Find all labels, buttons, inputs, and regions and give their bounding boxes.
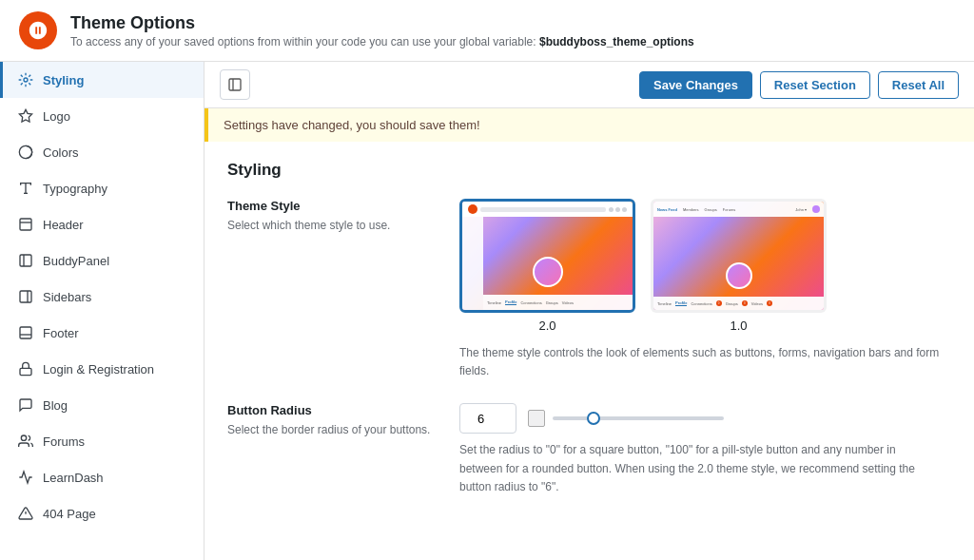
button-radius-footer-desc: Set the radius to "0" for a square butto… [459, 441, 916, 496]
sidebar-item-label: Styling [43, 73, 84, 87]
button-radius-row: Button Radius Select the border radius o… [227, 403, 951, 496]
sidebar-item-blog[interactable]: Blog [0, 387, 204, 423]
preview-2-avatar [533, 257, 563, 287]
sidebar-item-forums[interactable]: Forums [0, 423, 204, 459]
sidebar-item-label: Forums [43, 434, 85, 449]
svg-rect-4 [20, 219, 31, 230]
footer-icon [18, 325, 33, 340]
forums-icon [18, 434, 33, 449]
sidebar-item-styling[interactable]: Styling [0, 62, 204, 98]
theme-card-image-1[interactable]: News Feed Members Groups Forums John ▾ [651, 199, 827, 313]
theme-card-label-1: 1.0 [730, 319, 747, 333]
svg-rect-7 [20, 327, 31, 338]
sidebars-icon [18, 289, 33, 304]
preview-1-topbar: News Feed Members Groups Forums John ▾ [653, 202, 824, 217]
reset-section-button[interactable]: Reset Section [760, 71, 870, 99]
svg-rect-8 [20, 368, 31, 375]
page-title: Theme Options [70, 13, 694, 33]
svg-rect-6 [20, 291, 31, 302]
sidebar: Styling Logo Colors [0, 62, 205, 560]
main-content: Save Changes Reset Section Reset All Set… [205, 62, 974, 560]
sidebar-item-header[interactable]: Header [0, 206, 204, 242]
sidebar-item-label: BuddyPanel [43, 254, 109, 268]
preview-logo-dot [468, 204, 477, 214]
toolbar-right: Save Changes Reset Section Reset All [639, 71, 959, 99]
notice-bar: Settings have changed, you should save t… [205, 108, 974, 142]
sidebar-item-colors[interactable]: Colors [0, 134, 204, 170]
header-text-block: Theme Options To access any of your save… [70, 13, 694, 48]
preview-2-bg: Timeline Profile Connections Groups Vide… [462, 202, 633, 310]
preview-2-topbar [462, 202, 633, 217]
buddypanel-icon [18, 253, 33, 268]
sidebar-item-label: Colors [43, 145, 79, 160]
theme-card-label-2: 2.0 [538, 319, 555, 333]
toolbar: Save Changes Reset Section Reset All [205, 62, 974, 108]
buddyboss-icon [28, 20, 49, 41]
theme-card-image-2[interactable]: Timeline Profile Connections Groups Vide… [459, 199, 635, 313]
sidebar-item-404[interactable]: 404 Page [0, 495, 204, 531]
theme-card-2[interactable]: Timeline Profile Connections Groups Vide… [459, 199, 635, 333]
button-radius-label: Button Radius [227, 403, 437, 417]
app-logo [19, 11, 57, 49]
preview-2-sidebar [462, 217, 483, 310]
logo-icon [18, 108, 33, 124]
svg-rect-5 [20, 255, 31, 266]
sidebar-item-login-registration[interactable]: Login & Registration [0, 351, 204, 387]
typography-icon [18, 181, 33, 196]
preview-search-bar [480, 207, 606, 212]
button-radius-label-col: Button Radius Select the border radius o… [227, 403, 437, 438]
radius-control-group [459, 403, 951, 434]
styling-icon [18, 72, 33, 87]
reset-all-button[interactable]: Reset All [878, 71, 959, 99]
section-title: Styling [227, 161, 951, 180]
preview-icon-3 [622, 207, 627, 212]
sidebar-item-typography[interactable]: Typography [0, 170, 204, 206]
save-changes-button[interactable]: Save Changes [639, 71, 752, 99]
sidebar-item-label: Header [43, 218, 84, 232]
learndash-icon [18, 470, 33, 485]
sidebar-toggle-button[interactable] [220, 69, 250, 100]
colors-icon [18, 145, 33, 160]
toolbar-left [220, 69, 632, 100]
sidebar-item-sidebars[interactable]: Sidebars [0, 279, 204, 315]
radius-slider-thumb [587, 412, 600, 425]
button-radius-control: Set the radius to "0" for a square butto… [459, 403, 951, 496]
theme-style-label: Theme Style [227, 199, 437, 213]
sidebar-item-label: Blog [43, 398, 68, 413]
styling-section: Styling Theme Style Select which theme s… [205, 142, 974, 538]
sidebar-item-label: LearnDash [43, 471, 104, 485]
blog-icon [18, 397, 33, 413]
theme-style-footer-desc: The theme style controls the look of ele… [459, 344, 951, 380]
content-area: Settings have changed, you should save t… [205, 108, 974, 560]
404-icon [18, 506, 33, 521]
preview-1-tabs: Timeline Profile Connections 0 Groups 0 … [653, 297, 824, 310]
preview-1-avatar [726, 262, 752, 289]
radius-slider[interactable] [553, 416, 724, 420]
notice-text: Settings have changed, you should save t… [224, 118, 480, 132]
sidebar-item-label: Typography [43, 182, 107, 196]
button-radius-input[interactable] [459, 403, 516, 434]
preview-icon-2 [615, 207, 620, 212]
theme-style-description: Select which theme style to use. [227, 217, 437, 234]
preview-1-bg: News Feed Members Groups Forums John ▾ [653, 202, 824, 310]
sidebar-item-label: 404 Page [43, 507, 96, 521]
login-icon [18, 361, 33, 377]
theme-style-label-col: Theme Style Select which theme style to … [227, 199, 437, 234]
page-subtitle: To access any of your saved options from… [70, 35, 694, 48]
sidebar-item-label: Footer [43, 326, 79, 340]
header-icon [18, 217, 33, 232]
sidebar-item-learndash[interactable]: LearnDash [0, 459, 204, 495]
preview-icons [609, 207, 627, 212]
radius-square-icon [528, 410, 545, 427]
theme-cards: Timeline Profile Connections Groups Vide… [459, 199, 951, 333]
sidebar-toggle-icon [227, 77, 243, 92]
sidebar-item-logo[interactable]: Logo [0, 98, 204, 134]
button-radius-description: Select the border radius of your buttons… [227, 421, 437, 438]
theme-style-row: Theme Style Select which theme style to … [227, 199, 951, 380]
sidebar-item-label: Logo [43, 109, 70, 124]
theme-card-1[interactable]: News Feed Members Groups Forums John ▾ [651, 199, 827, 333]
sidebar-item-footer[interactable]: Footer [0, 315, 204, 351]
sidebar-item-buddypanel[interactable]: BuddyPanel [0, 242, 204, 279]
theme-style-control: Timeline Profile Connections Groups Vide… [459, 199, 951, 380]
app-header: Theme Options To access any of your save… [0, 0, 974, 62]
